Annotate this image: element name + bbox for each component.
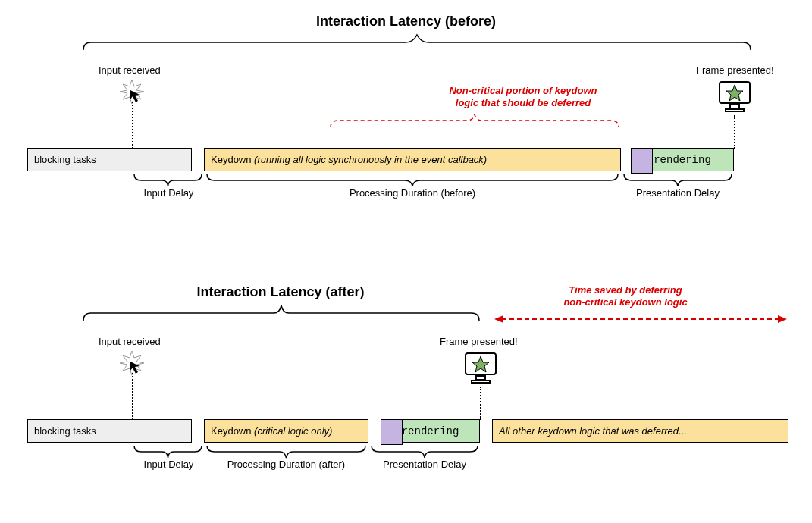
task-blocking-after: blocking tasks	[27, 419, 192, 443]
task-keydown-before: Keydown (running all logic synchronously…	[204, 148, 621, 171]
red-brace-before	[328, 112, 622, 129]
vline-input-after	[132, 373, 133, 420]
svg-marker-6	[494, 315, 503, 323]
red-note-after: Time saved by deferring non-critical key…	[527, 284, 724, 309]
label-presentation-before: Presentation Delay	[621, 187, 735, 199]
task-rendering-before: rendering	[631, 148, 734, 171]
red-note-before: Non-critical portion of keydown logic th…	[409, 85, 637, 110]
task-blocking-before: blocking tasks	[27, 148, 192, 171]
click-burst-before	[120, 80, 144, 104]
brace-input-delay-after	[132, 444, 204, 459]
brace-processing-before	[204, 173, 621, 188]
label-presentation-after: Presentation Delay	[368, 459, 481, 470]
task-keydown-after: Keydown (critical logic only)	[204, 419, 368, 443]
title-before: Interaction Latency (before)	[0, 14, 812, 30]
label-input-delay-after: Input Delay	[129, 459, 208, 470]
task-deferred-after: All other keydown logic that was deferre…	[492, 419, 788, 443]
brace-top-before	[80, 32, 754, 52]
monitor-before	[716, 79, 753, 115]
label-input-received-after: Input received	[99, 336, 161, 347]
brace-presentation-after	[368, 444, 481, 459]
svg-rect-11	[472, 381, 490, 383]
title-after: Interaction Latency (after)	[68, 284, 493, 300]
svg-rect-3	[726, 109, 744, 111]
monitor-after	[462, 350, 499, 387]
click-burst-after	[120, 351, 144, 375]
svg-rect-10	[476, 376, 485, 380]
red-arrow-after	[493, 314, 788, 324]
brace-presentation-before	[621, 173, 735, 188]
svg-rect-2	[730, 105, 739, 108]
brace-processing-after	[204, 444, 368, 459]
brace-top-after	[80, 302, 483, 322]
vline-frame-before	[734, 115, 735, 149]
brace-input-delay-before	[132, 173, 204, 188]
label-input-received-before: Input received	[99, 64, 161, 76]
svg-marker-7	[778, 315, 787, 323]
vline-frame-after	[480, 387, 481, 420]
task-rendering-after: rendering	[381, 419, 480, 443]
label-frame-presented-after: Frame presented!	[440, 336, 518, 347]
vline-input-before	[132, 102, 133, 149]
label-input-delay-before: Input Delay	[129, 187, 208, 199]
label-processing-after: Processing Duration (after)	[204, 459, 368, 470]
label-processing-before: Processing Duration (before)	[204, 187, 621, 199]
label-frame-presented-before: Frame presented!	[696, 64, 774, 76]
latency-diagram: Interaction Latency (before) Input recei…	[0, 0, 812, 523]
